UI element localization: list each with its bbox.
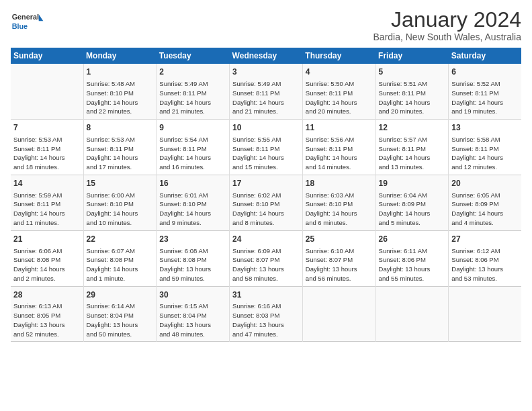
day-number: 9 bbox=[159, 122, 226, 134]
calendar-cell: 16Sunrise: 6:01 AM Sunset: 8:10 PM Dayli… bbox=[157, 175, 230, 230]
cell-content: Sunrise: 5:58 AM Sunset: 8:11 PM Dayligh… bbox=[451, 135, 519, 172]
calendar-cell: 1Sunrise: 5:48 AM Sunset: 8:10 PM Daylig… bbox=[83, 64, 157, 119]
day-number: 1 bbox=[87, 66, 154, 78]
calendar-cell: 14Sunrise: 5:59 AM Sunset: 8:11 PM Dayli… bbox=[11, 175, 83, 230]
calendar-cell: 29Sunrise: 6:14 AM Sunset: 8:04 PM Dayli… bbox=[83, 286, 157, 342]
day-number: 28 bbox=[13, 289, 81, 301]
cell-content: Sunrise: 5:49 AM Sunset: 8:11 PM Dayligh… bbox=[232, 79, 300, 116]
day-number: 23 bbox=[159, 234, 226, 245]
day-header-wednesday: Wednesday bbox=[230, 48, 303, 64]
cell-content: Sunrise: 5:59 AM Sunset: 8:11 PM Dayligh… bbox=[13, 191, 81, 228]
page: General Blue January 2024 Bardia, New So… bbox=[0, 0, 532, 411]
calendar-cell: 15Sunrise: 6:00 AM Sunset: 8:10 PM Dayli… bbox=[83, 175, 157, 230]
day-number: 26 bbox=[379, 234, 446, 245]
calendar-cell bbox=[302, 286, 375, 342]
cell-content: Sunrise: 6:03 AM Sunset: 8:10 PM Dayligh… bbox=[306, 191, 373, 228]
cell-content: Sunrise: 5:49 AM Sunset: 8:11 PM Dayligh… bbox=[159, 79, 226, 116]
header: General Blue January 2024 Bardia, New So… bbox=[11, 8, 521, 42]
title-block: January 2024 Bardia, New South Wales, Au… bbox=[373, 8, 521, 42]
calendar-cell: 17Sunrise: 6:02 AM Sunset: 8:10 PM Dayli… bbox=[230, 175, 303, 230]
day-number: 24 bbox=[232, 234, 300, 245]
cell-content: Sunrise: 6:00 AM Sunset: 8:10 PM Dayligh… bbox=[87, 191, 154, 228]
day-number: 22 bbox=[87, 234, 154, 245]
week-row-3: 14Sunrise: 5:59 AM Sunset: 8:11 PM Dayli… bbox=[11, 175, 521, 230]
calendar-cell: 7Sunrise: 5:53 AM Sunset: 8:11 PM Daylig… bbox=[11, 120, 83, 175]
day-number: 19 bbox=[379, 178, 446, 189]
cell-content: Sunrise: 6:15 AM Sunset: 8:04 PM Dayligh… bbox=[159, 302, 226, 338]
day-number: 11 bbox=[306, 122, 373, 134]
logo-svg: General Blue bbox=[11, 8, 44, 35]
day-number: 14 bbox=[13, 178, 81, 189]
calendar-cell: 31Sunrise: 6:16 AM Sunset: 8:03 PM Dayli… bbox=[230, 286, 303, 342]
calendar-cell: 27Sunrise: 6:12 AM Sunset: 8:06 PM Dayli… bbox=[449, 230, 521, 286]
day-number: 17 bbox=[232, 178, 300, 189]
cell-content: Sunrise: 6:01 AM Sunset: 8:10 PM Dayligh… bbox=[159, 191, 226, 228]
header-row: SundayMondayTuesdayWednesdayThursdayFrid… bbox=[11, 48, 521, 64]
day-number: 20 bbox=[451, 178, 519, 189]
cell-content: Sunrise: 6:04 AM Sunset: 8:09 PM Dayligh… bbox=[379, 191, 446, 228]
calendar-cell: 22Sunrise: 6:07 AM Sunset: 8:08 PM Dayli… bbox=[83, 230, 157, 286]
day-number: 16 bbox=[159, 178, 226, 189]
calendar-cell: 4Sunrise: 5:50 AM Sunset: 8:11 PM Daylig… bbox=[302, 64, 375, 119]
calendar-cell: 18Sunrise: 6:03 AM Sunset: 8:10 PM Dayli… bbox=[302, 175, 375, 230]
cell-content: Sunrise: 6:08 AM Sunset: 8:08 PM Dayligh… bbox=[159, 246, 226, 283]
calendar-cell: 19Sunrise: 6:04 AM Sunset: 8:09 PM Dayli… bbox=[375, 175, 449, 230]
cell-content: Sunrise: 6:11 AM Sunset: 8:06 PM Dayligh… bbox=[379, 246, 446, 283]
cell-content: Sunrise: 5:55 AM Sunset: 8:11 PM Dayligh… bbox=[232, 135, 300, 172]
day-number: 10 bbox=[232, 122, 300, 134]
calendar-cell: 21Sunrise: 6:06 AM Sunset: 8:08 PM Dayli… bbox=[11, 230, 83, 286]
calendar-cell: 9Sunrise: 5:54 AM Sunset: 8:11 PM Daylig… bbox=[157, 120, 230, 175]
day-number: 13 bbox=[451, 122, 519, 134]
svg-text:Blue: Blue bbox=[12, 22, 28, 30]
day-number: 25 bbox=[306, 234, 373, 245]
calendar-cell: 5Sunrise: 5:51 AM Sunset: 8:11 PM Daylig… bbox=[375, 64, 449, 119]
calendar-cell: 12Sunrise: 5:57 AM Sunset: 8:11 PM Dayli… bbox=[375, 120, 449, 175]
day-header-saturday: Saturday bbox=[449, 48, 521, 64]
calendar-cell: 2Sunrise: 5:49 AM Sunset: 8:11 PM Daylig… bbox=[157, 64, 230, 119]
main-title: January 2024 bbox=[373, 8, 521, 32]
cell-content: Sunrise: 6:16 AM Sunset: 8:03 PM Dayligh… bbox=[232, 302, 300, 338]
week-row-1: 1Sunrise: 5:48 AM Sunset: 8:10 PM Daylig… bbox=[11, 64, 521, 119]
calendar-table: SundayMondayTuesdayWednesdayThursdayFrid… bbox=[11, 48, 521, 342]
calendar-cell: 3Sunrise: 5:49 AM Sunset: 8:11 PM Daylig… bbox=[230, 64, 303, 119]
day-number: 2 bbox=[159, 66, 226, 78]
cell-content: Sunrise: 5:50 AM Sunset: 8:11 PM Dayligh… bbox=[306, 79, 373, 116]
calendar-cell: 28Sunrise: 6:13 AM Sunset: 8:05 PM Dayli… bbox=[11, 286, 83, 342]
calendar-cell: 10Sunrise: 5:55 AM Sunset: 8:11 PM Dayli… bbox=[230, 120, 303, 175]
cell-content: Sunrise: 6:06 AM Sunset: 8:08 PM Dayligh… bbox=[13, 246, 81, 283]
cell-content: Sunrise: 6:10 AM Sunset: 8:07 PM Dayligh… bbox=[306, 246, 373, 283]
day-header-friday: Friday bbox=[375, 48, 449, 64]
cell-content: Sunrise: 6:09 AM Sunset: 8:07 PM Dayligh… bbox=[232, 246, 300, 283]
day-number: 7 bbox=[13, 122, 81, 134]
cell-content: Sunrise: 6:14 AM Sunset: 8:04 PM Dayligh… bbox=[87, 302, 154, 338]
calendar-cell: 23Sunrise: 6:08 AM Sunset: 8:08 PM Dayli… bbox=[157, 230, 230, 286]
calendar-cell: 8Sunrise: 5:53 AM Sunset: 8:11 PM Daylig… bbox=[83, 120, 157, 175]
day-number: 29 bbox=[87, 289, 154, 301]
day-number: 18 bbox=[306, 178, 373, 189]
day-number: 21 bbox=[13, 234, 81, 245]
cell-content: Sunrise: 6:07 AM Sunset: 8:08 PM Dayligh… bbox=[87, 246, 154, 283]
day-header-thursday: Thursday bbox=[302, 48, 375, 64]
cell-content: Sunrise: 5:48 AM Sunset: 8:10 PM Dayligh… bbox=[87, 79, 154, 116]
day-number: 31 bbox=[232, 289, 300, 301]
cell-content: Sunrise: 5:54 AM Sunset: 8:11 PM Dayligh… bbox=[159, 135, 226, 172]
calendar-cell: 20Sunrise: 6:05 AM Sunset: 8:09 PM Dayli… bbox=[449, 175, 521, 230]
calendar-cell: 6Sunrise: 5:52 AM Sunset: 8:11 PM Daylig… bbox=[449, 64, 521, 119]
cell-content: Sunrise: 5:52 AM Sunset: 8:11 PM Dayligh… bbox=[451, 79, 519, 116]
logo: General Blue bbox=[11, 8, 44, 35]
calendar-cell: 24Sunrise: 6:09 AM Sunset: 8:07 PM Dayli… bbox=[230, 230, 303, 286]
subtitle: Bardia, New South Wales, Australia bbox=[373, 32, 521, 42]
day-header-tuesday: Tuesday bbox=[157, 48, 230, 64]
cell-content: Sunrise: 5:53 AM Sunset: 8:11 PM Dayligh… bbox=[87, 135, 154, 172]
day-number: 5 bbox=[379, 66, 446, 78]
calendar-cell: 26Sunrise: 6:11 AM Sunset: 8:06 PM Dayli… bbox=[375, 230, 449, 286]
cell-content: Sunrise: 5:57 AM Sunset: 8:11 PM Dayligh… bbox=[379, 135, 446, 172]
cell-content: Sunrise: 6:13 AM Sunset: 8:05 PM Dayligh… bbox=[13, 302, 81, 338]
cell-content: Sunrise: 5:53 AM Sunset: 8:11 PM Dayligh… bbox=[13, 135, 81, 172]
calendar-cell: 25Sunrise: 6:10 AM Sunset: 8:07 PM Dayli… bbox=[302, 230, 375, 286]
cell-content: Sunrise: 6:05 AM Sunset: 8:09 PM Dayligh… bbox=[451, 191, 519, 228]
week-row-2: 7Sunrise: 5:53 AM Sunset: 8:11 PM Daylig… bbox=[11, 120, 521, 175]
week-row-5: 28Sunrise: 6:13 AM Sunset: 8:05 PM Dayli… bbox=[11, 286, 521, 342]
day-number: 30 bbox=[159, 289, 226, 301]
calendar-cell bbox=[449, 286, 521, 342]
